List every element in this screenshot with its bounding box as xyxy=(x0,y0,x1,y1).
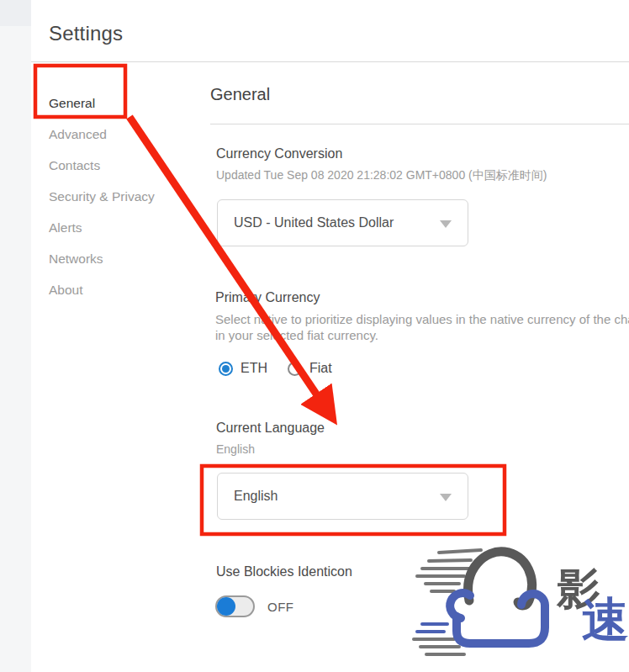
content-heading: General xyxy=(210,85,270,104)
radio-option-eth[interactable]: ETH xyxy=(219,361,267,376)
radio-label-fiat: Fiat xyxy=(309,361,332,376)
cloud-arc-gray-icon xyxy=(468,552,532,606)
header-divider xyxy=(31,61,629,62)
watermark-char-1: 影 xyxy=(556,564,600,614)
primary-currency-description-line1: Select native to prioritize displaying v… xyxy=(215,312,629,326)
content-divider xyxy=(210,124,629,124)
page-title: Settings xyxy=(49,22,123,45)
sidebar-item-about[interactable]: About xyxy=(49,274,192,305)
sidebar-item-security-privacy[interactable]: Security & Privacy xyxy=(49,181,192,212)
speedlines-blue-icon xyxy=(417,624,447,632)
radio-unselected-icon xyxy=(288,362,302,376)
currency-dropdown-value: USD - United States Dollar xyxy=(234,215,394,230)
blockies-toggle[interactable] xyxy=(215,595,255,617)
sidebar-item-general[interactable]: General xyxy=(49,87,192,119)
page-background-corner xyxy=(0,0,31,26)
currency-conversion-updated: Updated Tue Sep 08 2020 21:28:02 GMT+080… xyxy=(216,168,547,183)
currency-dropdown[interactable]: USD - United States Dollar xyxy=(217,199,468,246)
watermark-logo: 影 速 xyxy=(404,537,629,672)
primary-currency-description-line2: in your selected fiat currency. xyxy=(215,328,378,342)
speedlines-gray-bottom-icon xyxy=(414,639,464,654)
current-language-value: English xyxy=(216,442,255,456)
primary-currency-label: Primary Currency xyxy=(215,290,320,305)
page-background-rail xyxy=(0,0,31,672)
radio-label-eth: ETH xyxy=(240,361,267,376)
watermark-char-2: 速 xyxy=(582,592,629,647)
sidebar-item-alerts[interactable]: Alerts xyxy=(49,212,192,243)
blockies-toggle-row: OFF xyxy=(215,595,294,617)
chevron-down-icon xyxy=(440,220,452,228)
speedlines-gray-icon xyxy=(417,550,481,591)
settings-sidebar: General Advanced Contacts Security & Pri… xyxy=(49,87,192,305)
radio-selected-icon xyxy=(219,362,233,376)
sidebar-item-contacts[interactable]: Contacts xyxy=(49,150,192,181)
sidebar-item-advanced[interactable]: Advanced xyxy=(49,119,192,150)
blockies-toggle-state: OFF xyxy=(267,600,294,614)
chevron-down-icon xyxy=(440,494,452,501)
language-dropdown-value: English xyxy=(234,489,278,503)
sidebar-item-networks[interactable]: Networks xyxy=(49,243,192,274)
cloud-curl-blue-icon xyxy=(450,593,470,618)
currency-conversion-label: Currency Conversion xyxy=(216,146,342,161)
primary-currency-options: ETH Fiat xyxy=(219,361,332,376)
language-dropdown[interactable]: English xyxy=(217,473,468,520)
blockies-label: Use Blockies Identicon xyxy=(216,564,352,579)
settings-page: Settings General Advanced Contacts Secur… xyxy=(0,0,629,672)
toggle-knob-icon xyxy=(217,597,235,616)
cloud-body-blue-icon xyxy=(457,594,545,643)
current-language-label: Current Language xyxy=(216,421,325,436)
radio-option-fiat[interactable]: Fiat xyxy=(288,361,332,376)
